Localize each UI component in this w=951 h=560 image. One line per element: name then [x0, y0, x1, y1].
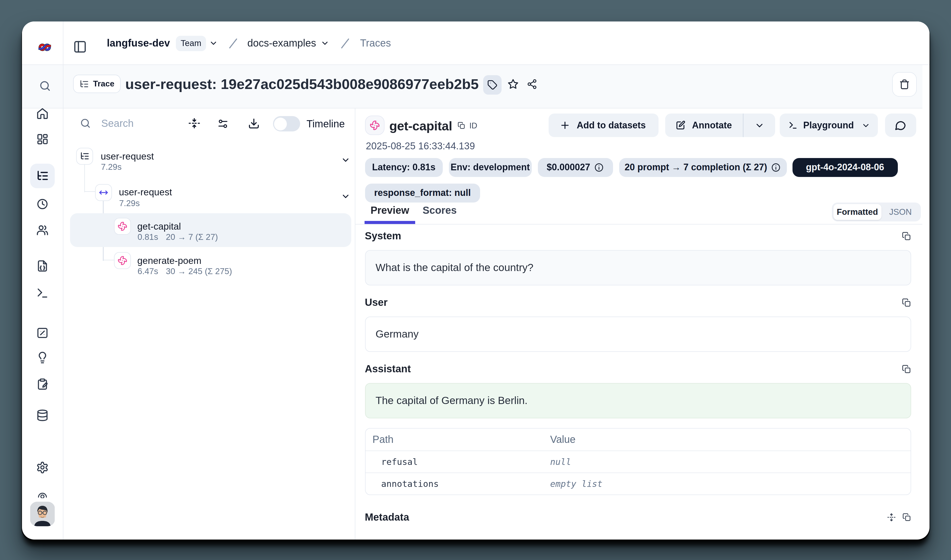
support-icon[interactable]: [36, 488, 49, 498]
playground-button[interactable]: Playground: [780, 114, 878, 137]
datasets-database-icon[interactable]: [36, 409, 49, 422]
delete-trace-button[interactable]: [892, 72, 917, 97]
plus-icon: [560, 120, 570, 131]
tree-node-title[interactable]: user-request: [119, 186, 172, 198]
format-toggle-formatted[interactable]: Formatted: [833, 204, 882, 220]
table-header-row: Path Value: [365, 428, 911, 451]
latency-badge: Latency: 0.81s: [365, 158, 443, 177]
square-pen-icon: [676, 120, 686, 131]
tree-search-icon: [80, 118, 91, 129]
playground-label: Playground: [803, 120, 854, 131]
info-icon: [771, 163, 781, 172]
metadata-title: Metadata: [365, 511, 409, 523]
add-to-datasets-button[interactable]: Add to datasets: [549, 114, 659, 137]
environment-chevron-down-icon[interactable]: [321, 39, 329, 47]
message-circle-icon: [894, 119, 906, 131]
home-icon[interactable]: [36, 107, 49, 120]
stage: Trace user-request: 19e27ac025d543b008e9…: [0, 0, 951, 560]
tree-node-title[interactable]: user-request: [101, 149, 154, 162]
generation-fan-icon: [369, 120, 380, 131]
copy-system-icon[interactable]: [902, 231, 911, 241]
breadcrumb-environment[interactable]: docs-examples: [247, 37, 316, 49]
cost-badge-label: $0.000027: [546, 162, 590, 173]
dashboards-icon[interactable]: [36, 132, 49, 145]
comment-button[interactable]: [885, 114, 916, 137]
generation-node-icon: [114, 218, 131, 235]
cost-badge[interactable]: $0.000027: [538, 158, 613, 177]
suggestions-lightbulb-icon[interactable]: [36, 352, 49, 365]
detail-actions: Add to datasets Annotate Playground: [549, 114, 916, 137]
trace-badge-label: Trace: [93, 79, 114, 88]
params-badges-row: response_format: null: [365, 184, 480, 203]
tracing-icon[interactable]: [36, 169, 49, 182]
tree-settings-icon[interactable]: [217, 118, 229, 129]
sessions-clock-icon[interactable]: [36, 197, 49, 210]
copy-metadata-icon[interactable]: [902, 513, 911, 522]
expand-metadata-icon[interactable]: [887, 513, 896, 522]
copy-user-icon[interactable]: [902, 298, 911, 307]
sidebar-toggle-icon[interactable]: [73, 40, 87, 54]
table-row: refusal null: [365, 451, 911, 472]
star-button[interactable]: [507, 78, 519, 90]
user-section-title: User: [365, 297, 388, 308]
timeline-toggle-knob: [274, 117, 287, 130]
tree-connector: [84, 165, 85, 192]
trace-node-icon: [76, 148, 93, 165]
tree-node-duration-value: 6.47s: [137, 266, 158, 275]
path-cell: annotations: [365, 479, 550, 489]
annotate-label: Annotate: [692, 120, 732, 131]
chevron-down-icon: [755, 121, 763, 130]
tokens-badge[interactable]: 20 prompt → 7 completion (Σ 27): [619, 158, 786, 177]
path-column-header: Path: [365, 434, 550, 445]
system-message-box: What is the capital of the country?: [365, 250, 911, 285]
tab-scores[interactable]: Scores: [423, 203, 455, 217]
tree-node-title[interactable]: generate-poem: [137, 254, 202, 267]
observation-id-label[interactable]: ID: [469, 121, 477, 130]
tree-node-chevron-icon[interactable]: [342, 192, 350, 200]
model-badge[interactable]: gpt-4o-2024-08-06: [792, 158, 897, 177]
download-icon[interactable]: [248, 117, 260, 129]
tree-search-input[interactable]: Search: [101, 117, 134, 129]
assistant-section-title: Assistant: [365, 363, 411, 375]
response-format-badge: response_format: null: [365, 184, 480, 203]
app-window: Trace user-request: 19e27ac025d543b008e9…: [22, 22, 929, 540]
path-cell: refusal: [365, 457, 550, 467]
tree-node-duration: 7.29s: [119, 198, 140, 208]
io-preview: System What is the capital of the countr…: [365, 224, 911, 525]
tree-node-title[interactable]: get-capital: [137, 220, 181, 232]
tree-connector: [84, 191, 95, 192]
collapse-all-icon[interactable]: [188, 117, 200, 129]
tree-node-chevron-icon[interactable]: [342, 156, 350, 164]
annotate-dropdown-button[interactable]: [743, 114, 775, 137]
observation-title: get-capital: [389, 116, 452, 135]
tab-preview[interactable]: Preview: [365, 203, 415, 217]
format-toggle-json[interactable]: JSON: [882, 207, 919, 217]
output-fields-table: Path Value refusal null annotations empt…: [365, 428, 911, 495]
user-avatar[interactable]: [30, 502, 55, 526]
top-navbar: langfuse-dev Team docs-examples Traces: [22, 22, 929, 65]
tag-icon: [487, 80, 497, 90]
terminal-icon: [788, 121, 798, 130]
breadcrumb-project[interactable]: langfuse-dev: [107, 37, 170, 49]
tree-node-tokens: 20 → 7 (Σ 27): [166, 232, 218, 242]
settings-gear-icon[interactable]: [36, 461, 49, 474]
main-area: Search Timeline user-request 7.29s: [63, 108, 929, 540]
prompts-file-icon[interactable]: [36, 259, 49, 272]
share-button[interactable]: [526, 79, 537, 89]
trace-header-bar: Trace user-request: 19e27ac025d543b008e9…: [22, 65, 922, 108]
copy-name-icon[interactable]: [458, 122, 465, 129]
breadcrumb-page[interactable]: Traces: [360, 37, 391, 49]
users-icon[interactable]: [36, 224, 49, 237]
annotate-button[interactable]: Annotate: [665, 114, 743, 137]
sidebar-rail: [22, 22, 63, 540]
evaluators-icon[interactable]: [36, 326, 49, 339]
timeline-toggle[interactable]: [273, 116, 300, 131]
tree-connector: [103, 260, 114, 261]
project-chevron-down-icon[interactable]: [209, 39, 217, 47]
environment-badge: Env: development: [449, 158, 532, 177]
playground-terminal-icon[interactable]: [36, 287, 49, 299]
copy-assistant-icon[interactable]: [902, 365, 911, 374]
tag-button[interactable]: [483, 75, 502, 94]
trace-title: user-request: 19e27ac025d543b008e9086977…: [125, 65, 479, 104]
annotation-clipboard-icon[interactable]: [36, 377, 49, 390]
